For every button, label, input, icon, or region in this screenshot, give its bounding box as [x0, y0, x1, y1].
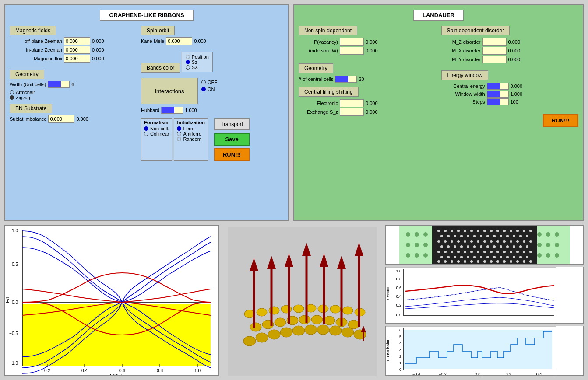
mag-flux-input[interactable] [64, 55, 90, 63]
off-plane-val: 0.000 [92, 38, 104, 44]
svg-point-84 [519, 235, 522, 237]
svg-point-176 [555, 253, 559, 258]
svg-point-163 [415, 243, 419, 247]
ferro-radio[interactable] [177, 126, 181, 131]
tr-5: 5 [399, 335, 401, 339]
svg-point-171 [537, 243, 542, 247]
in-plane-val: 0.000 [92, 47, 104, 52]
svg-rect-181 [403, 330, 552, 369]
on-radio[interactable] [201, 87, 206, 91]
width-val: 6 [71, 82, 74, 87]
svg-point-160 [415, 232, 419, 237]
svg-point-150 [477, 260, 479, 263]
svg-point-125 [503, 251, 506, 253]
hubbard-label: Hubbard [141, 108, 159, 113]
random-radio[interactable] [177, 137, 181, 141]
energy-window-btn[interactable]: Energy window [441, 70, 488, 80]
spin-orbit-btn[interactable]: Spin-orbit [141, 26, 175, 35]
bn-substrate-btn[interactable]: BN Substrate [10, 104, 52, 113]
mx-input[interactable] [482, 47, 507, 55]
kv-10: 1.0 [396, 269, 401, 273]
save-btn[interactable]: Save [214, 133, 250, 146]
window-width-slider[interactable] [487, 91, 509, 98]
x-neg04: −0.4 [412, 372, 420, 376]
central-energy-slider[interactable] [487, 83, 509, 90]
kv-06: 0.6 [396, 286, 401, 290]
anderson-input[interactable] [340, 47, 364, 55]
right-panel: LANDAUER Non spin-dependent P(vacancy) 0… [293, 4, 584, 221]
central-cells-slider[interactable] [335, 76, 357, 83]
width-slider[interactable] [48, 81, 70, 88]
svg-point-64 [483, 230, 486, 232]
in-plane-input[interactable] [64, 46, 90, 54]
sz-radio[interactable] [186, 60, 190, 64]
position-radio[interactable] [186, 55, 190, 59]
svg-point-148 [464, 260, 466, 263]
svg-point-152 [490, 260, 493, 263]
svg-point-95 [496, 240, 499, 243]
svg-point-99 [523, 240, 525, 243]
svg-point-124 [496, 251, 499, 253]
svg-point-23 [299, 315, 310, 324]
steps-slider[interactable] [487, 98, 509, 105]
hubbard-slider[interactable] [161, 107, 183, 114]
y-half-label: 0.5 [12, 262, 18, 267]
non-spin-btn[interactable]: Non spin-dependent [299, 26, 357, 35]
zigzag-radio[interactable] [10, 95, 14, 100]
sublat-input[interactable] [48, 115, 74, 123]
mx-val: 0.000 [508, 48, 521, 53]
tr-0: 0 [399, 367, 401, 372]
svg-point-67 [503, 230, 506, 232]
x-neg02: −0.2 [439, 372, 447, 376]
svg-point-126 [510, 251, 512, 253]
my-input[interactable] [482, 56, 507, 63]
bands-color-btn[interactable]: Bands color [141, 63, 180, 73]
antiferro-radio[interactable] [177, 132, 181, 136]
off-radio[interactable] [201, 80, 206, 84]
central-filling-btn[interactable]: Central filling shifting [299, 87, 359, 97]
armchair-label: Armchair [16, 90, 35, 95]
svg-point-14 [305, 325, 317, 335]
svg-point-145 [444, 260, 447, 263]
svg-point-151 [483, 260, 486, 263]
transmission-svg: 6 5 4 3 2 1 0 Transmission −0.4 −0.2 0.0… [386, 326, 556, 376]
armchair-radio[interactable] [10, 90, 14, 94]
sx-radio[interactable] [186, 65, 190, 70]
svg-point-66 [496, 230, 499, 232]
transport-btn[interactable]: Transport [214, 118, 250, 130]
off-plane-label: off-plane Zeeman [10, 38, 62, 44]
svg-point-122 [483, 251, 486, 253]
svg-point-162 [406, 243, 410, 247]
mag-flux-label: Magnetic flux [10, 56, 62, 61]
svg-point-74 [454, 235, 456, 237]
svg-point-59 [451, 230, 453, 232]
svg-point-57 [437, 230, 440, 232]
tr-3: 3 [399, 348, 401, 352]
x-10: 1.0 [194, 368, 201, 373]
svg-rect-177 [386, 267, 556, 323]
sublat-label: Sublat imbalance [10, 116, 46, 122]
magnetic-fields-btn[interactable]: Magnetic fields [10, 26, 56, 35]
collinear-radio[interactable] [144, 132, 148, 136]
svg-point-165 [406, 253, 410, 258]
electronic-input[interactable] [340, 99, 364, 107]
spin-disorder-btn[interactable]: Spin dependent disorder [441, 26, 510, 35]
tr-2: 2 [399, 354, 401, 359]
mz-input[interactable] [482, 38, 507, 46]
svg-point-103 [454, 245, 456, 248]
svg-point-141 [513, 256, 515, 258]
non-coll-radio[interactable] [144, 126, 148, 131]
off-plane-input[interactable] [64, 37, 90, 45]
geometry-btn-right[interactable]: Geometry [299, 63, 333, 73]
transmission-chart: 6 5 4 3 2 1 0 Transmission −0.4 −0.2 0.0… [385, 326, 584, 376]
run-btn-left[interactable]: RUN!!! [214, 148, 250, 161]
central-energy-val: 0.000 [511, 84, 523, 89]
geometry-btn-left[interactable]: Geometry [10, 70, 44, 79]
exchange-input[interactable] [340, 108, 364, 116]
svg-point-136 [480, 256, 482, 258]
y-max-label: 1.0 [12, 228, 18, 233]
interactions-btn[interactable]: Interactions [141, 78, 198, 104]
run-btn-right[interactable]: RUN!!! [543, 114, 578, 127]
pvacancy-input[interactable] [340, 38, 364, 46]
kane-mele-input[interactable] [166, 37, 192, 45]
